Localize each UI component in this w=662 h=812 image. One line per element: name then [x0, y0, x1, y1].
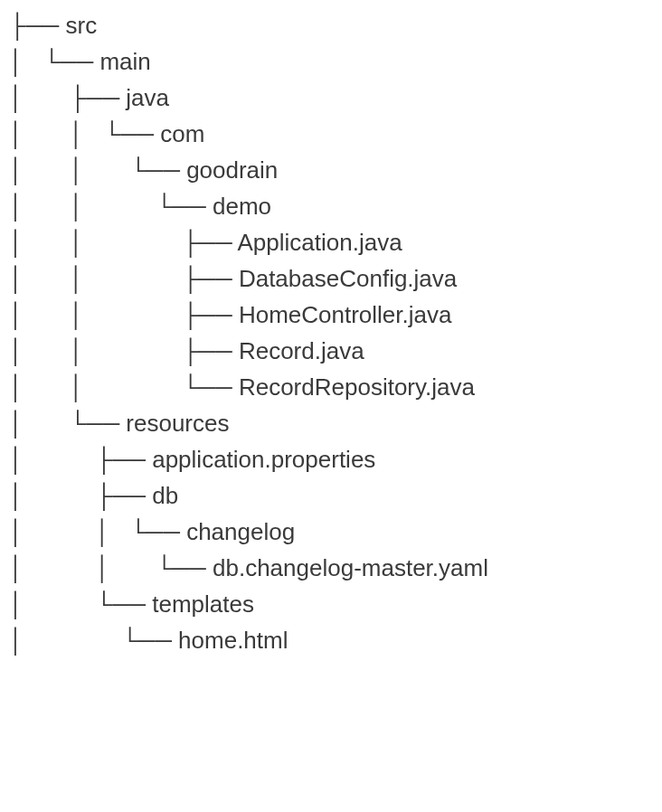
tree-prefix: │ ├── [9, 84, 126, 111]
tree-line: │ │ └── db.changelog-master.yaml [9, 550, 653, 586]
tree-label: resources [126, 410, 229, 437]
tree-label: com [160, 120, 204, 147]
tree-label: DatabaseConfig.java [239, 265, 457, 292]
tree-line: │ ├── application.properties [9, 441, 653, 477]
tree-label: RecordRepository.java [239, 373, 475, 401]
tree-prefix: │ │ ├── [9, 229, 237, 256]
tree-prefix: │ │ └── [9, 120, 160, 147]
tree-label: home.html [178, 627, 288, 654]
tree-prefix: │ │ └── [9, 193, 213, 220]
tree-label: Application.java [237, 229, 402, 256]
tree-prefix: │ └── [9, 627, 178, 654]
tree-prefix: │ └── [9, 410, 126, 437]
tree-label: Record.java [239, 337, 364, 364]
tree-prefix: │ │ └── [9, 554, 213, 581]
tree-line: │ │ └── goodrain [9, 152, 653, 188]
tree-line: │ │ ├── DatabaseConfig.java [9, 260, 653, 297]
tree-line: │ └── home.html [9, 622, 653, 658]
tree-label: application.properties [152, 446, 375, 473]
tree-prefix: ├── [9, 12, 66, 39]
tree-label: main [99, 48, 150, 75]
tree-line: │ │ ├── HomeController.java [9, 297, 653, 333]
tree-line: │ │ └── demo [9, 188, 653, 224]
tree-line: ├── src [9, 7, 653, 43]
tree-label: src [66, 12, 98, 39]
tree-line: │ └── templates [9, 586, 653, 622]
tree-prefix: │ │ ├── [9, 301, 239, 328]
tree-line: │ │ └── com [9, 116, 653, 152]
tree-label: changelog [186, 518, 295, 545]
tree-prefix: │ │ └── [9, 518, 186, 545]
tree-prefix: │ └── [9, 48, 99, 75]
tree-line: │ │ ├── Application.java [9, 224, 653, 260]
tree-line: │ │ ├── Record.java [9, 333, 653, 369]
tree-line: │ └── resources [9, 405, 653, 441]
tree-line: │ │ └── changelog [9, 514, 653, 550]
tree-line: │ ├── db [9, 477, 653, 514]
tree-prefix: │ ├── [9, 482, 152, 509]
tree-prefix: │ │ ├── [9, 337, 239, 364]
tree-label: db.changelog-master.yaml [213, 554, 488, 581]
file-tree: ├── src │ └── main │ ├── java │ │ └── co… [9, 7, 653, 658]
tree-line: │ ├── java [9, 80, 653, 116]
tree-prefix: │ │ └── [9, 156, 186, 184]
tree-line: │ └── main [9, 43, 653, 80]
tree-prefix: │ ├── [9, 446, 152, 473]
tree-prefix: │ └── [9, 590, 152, 618]
tree-label: HomeController.java [239, 301, 452, 328]
tree-label: java [126, 84, 169, 111]
tree-label: demo [213, 193, 271, 220]
tree-label: templates [152, 590, 254, 618]
tree-prefix: │ │ ├── [9, 265, 239, 292]
tree-label: db [152, 482, 178, 509]
tree-label: goodrain [186, 156, 278, 184]
tree-prefix: │ │ └── [9, 373, 239, 401]
tree-line: │ │ └── RecordRepository.java [9, 369, 653, 405]
